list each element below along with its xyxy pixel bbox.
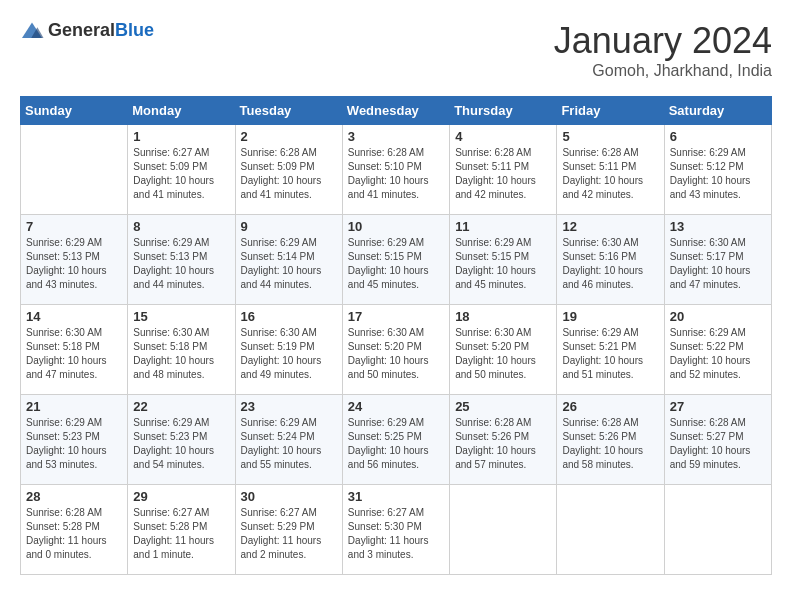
cell-details: Sunrise: 6:30 AMSunset: 5:18 PMDaylight:… — [26, 326, 122, 382]
day-number: 27 — [670, 399, 766, 414]
calendar-cell: 30Sunrise: 6:27 AMSunset: 5:29 PMDayligh… — [235, 485, 342, 575]
day-number: 28 — [26, 489, 122, 504]
calendar-cell: 15Sunrise: 6:30 AMSunset: 5:18 PMDayligh… — [128, 305, 235, 395]
day-number: 10 — [348, 219, 444, 234]
cell-details: Sunrise: 6:28 AMSunset: 5:28 PMDaylight:… — [26, 506, 122, 562]
day-number: 29 — [133, 489, 229, 504]
day-number: 11 — [455, 219, 551, 234]
day-number: 5 — [562, 129, 658, 144]
calendar-cell: 28Sunrise: 6:28 AMSunset: 5:28 PMDayligh… — [21, 485, 128, 575]
logo-icon — [20, 21, 44, 41]
calendar-table: SundayMondayTuesdayWednesdayThursdayFrid… — [20, 96, 772, 575]
cell-details: Sunrise: 6:29 AMSunset: 5:22 PMDaylight:… — [670, 326, 766, 382]
day-number: 22 — [133, 399, 229, 414]
cell-details: Sunrise: 6:28 AMSunset: 5:11 PMDaylight:… — [455, 146, 551, 202]
day-number: 25 — [455, 399, 551, 414]
calendar-cell: 11Sunrise: 6:29 AMSunset: 5:15 PMDayligh… — [450, 215, 557, 305]
cell-details: Sunrise: 6:28 AMSunset: 5:11 PMDaylight:… — [562, 146, 658, 202]
calendar-cell: 13Sunrise: 6:30 AMSunset: 5:17 PMDayligh… — [664, 215, 771, 305]
weekday-header-saturday: Saturday — [664, 97, 771, 125]
location-title: Gomoh, Jharkhand, India — [554, 62, 772, 80]
weekday-header-thursday: Thursday — [450, 97, 557, 125]
calendar-cell: 7Sunrise: 6:29 AMSunset: 5:13 PMDaylight… — [21, 215, 128, 305]
calendar-cell: 25Sunrise: 6:28 AMSunset: 5:26 PMDayligh… — [450, 395, 557, 485]
week-row-5: 28Sunrise: 6:28 AMSunset: 5:28 PMDayligh… — [21, 485, 772, 575]
cell-details: Sunrise: 6:29 AMSunset: 5:15 PMDaylight:… — [348, 236, 444, 292]
week-row-1: 1Sunrise: 6:27 AMSunset: 5:09 PMDaylight… — [21, 125, 772, 215]
day-number: 18 — [455, 309, 551, 324]
calendar-cell: 26Sunrise: 6:28 AMSunset: 5:26 PMDayligh… — [557, 395, 664, 485]
day-number: 3 — [348, 129, 444, 144]
weekday-header-wednesday: Wednesday — [342, 97, 449, 125]
cell-details: Sunrise: 6:30 AMSunset: 5:17 PMDaylight:… — [670, 236, 766, 292]
calendar-cell: 31Sunrise: 6:27 AMSunset: 5:30 PMDayligh… — [342, 485, 449, 575]
cell-details: Sunrise: 6:27 AMSunset: 5:09 PMDaylight:… — [133, 146, 229, 202]
cell-details: Sunrise: 6:29 AMSunset: 5:21 PMDaylight:… — [562, 326, 658, 382]
cell-details: Sunrise: 6:30 AMSunset: 5:20 PMDaylight:… — [455, 326, 551, 382]
day-number: 6 — [670, 129, 766, 144]
calendar-cell: 10Sunrise: 6:29 AMSunset: 5:15 PMDayligh… — [342, 215, 449, 305]
day-number: 8 — [133, 219, 229, 234]
weekday-header-sunday: Sunday — [21, 97, 128, 125]
calendar-cell: 9Sunrise: 6:29 AMSunset: 5:14 PMDaylight… — [235, 215, 342, 305]
calendar-cell: 14Sunrise: 6:30 AMSunset: 5:18 PMDayligh… — [21, 305, 128, 395]
day-number: 17 — [348, 309, 444, 324]
logo: GeneralBlue — [20, 20, 154, 41]
cell-details: Sunrise: 6:27 AMSunset: 5:30 PMDaylight:… — [348, 506, 444, 562]
week-row-3: 14Sunrise: 6:30 AMSunset: 5:18 PMDayligh… — [21, 305, 772, 395]
calendar-cell: 19Sunrise: 6:29 AMSunset: 5:21 PMDayligh… — [557, 305, 664, 395]
calendar-cell: 8Sunrise: 6:29 AMSunset: 5:13 PMDaylight… — [128, 215, 235, 305]
logo-blue: Blue — [115, 20, 154, 40]
cell-details: Sunrise: 6:30 AMSunset: 5:18 PMDaylight:… — [133, 326, 229, 382]
day-number: 2 — [241, 129, 337, 144]
cell-details: Sunrise: 6:30 AMSunset: 5:16 PMDaylight:… — [562, 236, 658, 292]
page-header: GeneralBlue January 2024 Gomoh, Jharkhan… — [20, 20, 772, 80]
cell-details: Sunrise: 6:29 AMSunset: 5:12 PMDaylight:… — [670, 146, 766, 202]
calendar-cell — [450, 485, 557, 575]
cell-details: Sunrise: 6:28 AMSunset: 5:09 PMDaylight:… — [241, 146, 337, 202]
weekday-header-monday: Monday — [128, 97, 235, 125]
day-number: 20 — [670, 309, 766, 324]
cell-details: Sunrise: 6:28 AMSunset: 5:26 PMDaylight:… — [562, 416, 658, 472]
day-number: 21 — [26, 399, 122, 414]
cell-details: Sunrise: 6:28 AMSunset: 5:26 PMDaylight:… — [455, 416, 551, 472]
logo-text: GeneralBlue — [48, 20, 154, 41]
cell-details: Sunrise: 6:29 AMSunset: 5:23 PMDaylight:… — [133, 416, 229, 472]
cell-details: Sunrise: 6:29 AMSunset: 5:14 PMDaylight:… — [241, 236, 337, 292]
calendar-cell — [664, 485, 771, 575]
calendar-cell: 24Sunrise: 6:29 AMSunset: 5:25 PMDayligh… — [342, 395, 449, 485]
calendar-cell: 5Sunrise: 6:28 AMSunset: 5:11 PMDaylight… — [557, 125, 664, 215]
calendar-cell: 22Sunrise: 6:29 AMSunset: 5:23 PMDayligh… — [128, 395, 235, 485]
day-number: 13 — [670, 219, 766, 234]
calendar-cell: 29Sunrise: 6:27 AMSunset: 5:28 PMDayligh… — [128, 485, 235, 575]
day-number: 9 — [241, 219, 337, 234]
day-number: 15 — [133, 309, 229, 324]
weekday-header-tuesday: Tuesday — [235, 97, 342, 125]
calendar-cell: 18Sunrise: 6:30 AMSunset: 5:20 PMDayligh… — [450, 305, 557, 395]
day-number: 23 — [241, 399, 337, 414]
cell-details: Sunrise: 6:29 AMSunset: 5:15 PMDaylight:… — [455, 236, 551, 292]
calendar-cell: 1Sunrise: 6:27 AMSunset: 5:09 PMDaylight… — [128, 125, 235, 215]
logo-general: General — [48, 20, 115, 40]
cell-details: Sunrise: 6:27 AMSunset: 5:29 PMDaylight:… — [241, 506, 337, 562]
cell-details: Sunrise: 6:29 AMSunset: 5:13 PMDaylight:… — [133, 236, 229, 292]
calendar-cell: 2Sunrise: 6:28 AMSunset: 5:09 PMDaylight… — [235, 125, 342, 215]
month-title: January 2024 — [554, 20, 772, 62]
day-number: 26 — [562, 399, 658, 414]
day-number: 16 — [241, 309, 337, 324]
calendar-cell: 6Sunrise: 6:29 AMSunset: 5:12 PMDaylight… — [664, 125, 771, 215]
calendar-cell: 4Sunrise: 6:28 AMSunset: 5:11 PMDaylight… — [450, 125, 557, 215]
cell-details: Sunrise: 6:28 AMSunset: 5:10 PMDaylight:… — [348, 146, 444, 202]
day-number: 31 — [348, 489, 444, 504]
calendar-cell: 21Sunrise: 6:29 AMSunset: 5:23 PMDayligh… — [21, 395, 128, 485]
calendar-cell: 27Sunrise: 6:28 AMSunset: 5:27 PMDayligh… — [664, 395, 771, 485]
title-area: January 2024 Gomoh, Jharkhand, India — [554, 20, 772, 80]
weekday-header-friday: Friday — [557, 97, 664, 125]
cell-details: Sunrise: 6:29 AMSunset: 5:24 PMDaylight:… — [241, 416, 337, 472]
day-number: 4 — [455, 129, 551, 144]
cell-details: Sunrise: 6:27 AMSunset: 5:28 PMDaylight:… — [133, 506, 229, 562]
cell-details: Sunrise: 6:29 AMSunset: 5:13 PMDaylight:… — [26, 236, 122, 292]
calendar-cell: 17Sunrise: 6:30 AMSunset: 5:20 PMDayligh… — [342, 305, 449, 395]
day-number: 7 — [26, 219, 122, 234]
calendar-cell — [557, 485, 664, 575]
